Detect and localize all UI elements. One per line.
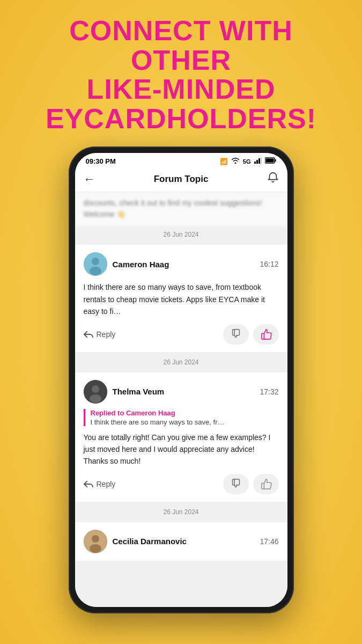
svg-point-13 [90,394,101,403]
user-name: Cameron Haag [113,260,169,269]
status-bar: 09:30 PM 📶 5G [75,153,287,167]
svg-point-16 [92,535,99,543]
status-time: 09:30 PM [86,157,116,165]
user-name: Thelma Veum [113,387,165,396]
svg-rect-6 [265,159,274,163]
blurred-content: discounts, check it out to find my coole… [75,192,287,226]
avatar [84,252,107,276]
comment-time: 17:46 [260,537,278,546]
avatar [84,380,107,404]
headline: CONNECT WITH OTHER LIKE-MINDED EYCARDHOL… [0,0,362,144]
reply-label: Reply [97,480,116,488]
svg-point-9 [90,267,101,275]
comment-header: Thelma Veum 17:32 [84,380,279,404]
svg-rect-5 [275,159,276,162]
comment-user: Thelma Veum [84,380,165,404]
reply-label: Reply [97,330,116,339]
svg-point-17 [90,544,101,553]
comment-card: Cameron Haag 16:12 I think there are so … [75,245,287,352]
comment-body: You are totally right! Can you give me a… [84,431,279,467]
reply-button[interactable]: Reply [84,478,219,491]
comment-user: Cameron Haag [84,252,169,276]
status-icons: 📶 5G [220,157,277,165]
comment-user: Cecilia Darmanovic [84,530,187,553]
avatar [84,530,107,553]
nav-title: Forum Topic [154,174,209,185]
dislike-button[interactable] [223,474,249,494]
headline-line3: EYCARDHOLDERS! [21,104,341,134]
reply-preview-text: I think there are so many ways to save, … [91,418,279,426]
notification-bell-icon[interactable] [267,172,279,186]
dislike-button[interactable] [223,324,249,345]
date-separator-3: 26 Jun 2024 [75,504,287,520]
comment-header: Cameron Haag 16:12 [84,252,279,276]
back-button[interactable]: ← [84,172,95,186]
reply-to-label: Replied to Cameron Haag [91,409,279,417]
signal-bars-icon [254,157,262,165]
comment-time: 16:12 [260,260,278,268]
battery-icon [265,157,277,165]
comment-header: Cecilia Darmanovic 17:46 [84,530,279,553]
svg-rect-2 [258,158,260,164]
svg-rect-0 [254,162,256,164]
date-separator-1: 26 Jun 2024 [75,226,287,243]
content-area: discounts, check it out to find my coole… [75,192,287,607]
headline-line1: CONNECT WITH OTHER [21,16,341,75]
blurred-text: discounts, check it out to find my coole… [84,197,279,220]
user-name: Cecilia Darmanovic [113,537,187,546]
svg-rect-1 [256,160,258,164]
comment-body: I think there are so many ways to save, … [84,281,279,317]
like-button-2[interactable] [253,474,279,494]
comment-card-partial: Cecilia Darmanovic 17:46 [75,522,287,561]
phone-frame: 09:30 PM 📶 5G [69,147,294,613]
svg-rect-3 [261,157,262,164]
action-row: Reply [84,474,279,494]
svg-point-12 [92,385,99,393]
like-button[interactable] [253,324,279,345]
comment-time: 17:32 [260,387,278,396]
action-row: Reply [84,324,279,345]
comment-card: Thelma Veum 17:32 Replied to Cameron Haa… [75,372,287,502]
headline-line2: LIKE-MINDED [21,75,341,104]
date-separator-2: 26 Jun 2024 [75,354,287,370]
reply-button[interactable]: Reply [84,328,219,341]
wifi-icon [231,157,240,165]
signal-icon: 5G [243,158,251,165]
svg-point-8 [92,258,99,265]
bluetooth-icon: 📶 [220,158,228,165]
nav-header: ← Forum Topic [75,167,287,192]
reply-quote: Replied to Cameron Haag I think there ar… [84,409,279,426]
